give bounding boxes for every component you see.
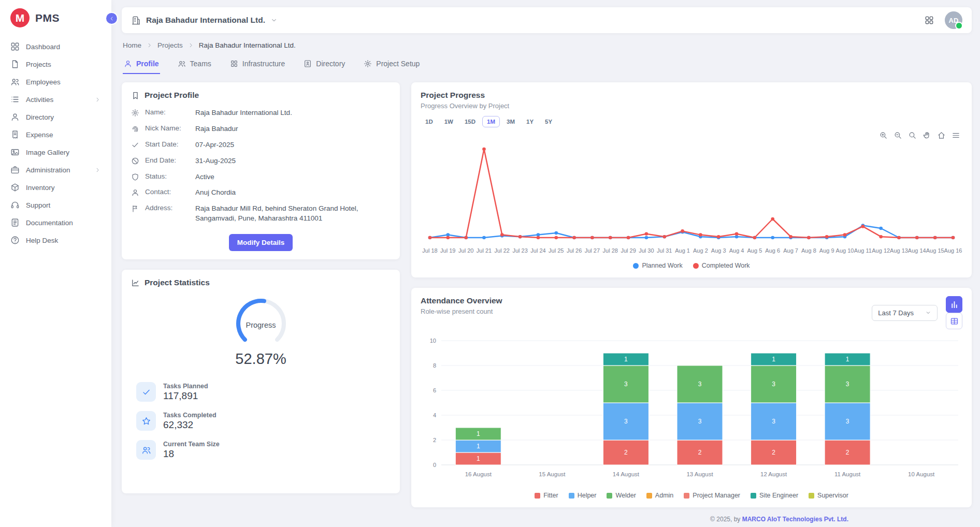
range-15d-button[interactable]: 15D bbox=[460, 116, 480, 127]
profile-field-contact: Contact:Anuj Chordia bbox=[131, 188, 391, 198]
legend-item-welder[interactable]: Welder bbox=[607, 492, 636, 499]
breadcrumb-item[interactable]: Projects bbox=[157, 41, 183, 49]
range-3m-button[interactable]: 3M bbox=[502, 116, 520, 127]
tab-profile[interactable]: Profile bbox=[123, 56, 160, 74]
gauge-value: 52.87% bbox=[131, 350, 391, 368]
sidebar-item-help-desk[interactable]: Help Desk bbox=[0, 231, 111, 249]
svg-text:3: 3 bbox=[772, 380, 775, 388]
legend-item-fitter[interactable]: Fitter bbox=[535, 492, 558, 499]
logo-icon: M bbox=[10, 8, 30, 27]
stat-tasks-planned: Tasks Planned117,891 bbox=[136, 382, 391, 402]
help-icon bbox=[10, 236, 20, 245]
legend-label: Planned Work bbox=[642, 262, 682, 269]
profile-field-start-date: Start Date:07-Apr-2025 bbox=[131, 140, 391, 150]
flag-icon bbox=[131, 204, 139, 213]
stat-tasks-completed: Tasks Completed62,332 bbox=[136, 411, 391, 431]
apps-grid-button[interactable] bbox=[924, 15, 934, 25]
modify-details-button[interactable]: Modify Details bbox=[229, 234, 293, 251]
attendance-bar-chart: 024681011116 August15 August233114 Augus… bbox=[421, 334, 962, 490]
legend-item-admin[interactable]: Admin bbox=[646, 492, 673, 499]
sidebar-item-support[interactable]: Support bbox=[0, 196, 111, 214]
sidebar-item-expense[interactable]: Expense bbox=[0, 126, 111, 143]
sidebar-item-administration[interactable]: Administration bbox=[0, 161, 111, 179]
table-icon bbox=[950, 317, 959, 326]
sidebar-item-label: Support bbox=[26, 201, 50, 209]
file-icon bbox=[10, 60, 20, 69]
svg-text:Aug 8: Aug 8 bbox=[801, 247, 816, 254]
chart-view-toggle[interactable] bbox=[946, 296, 962, 313]
sidebar-item-image-gallery[interactable]: Image Gallery bbox=[0, 143, 111, 161]
card-subtitle: Role-wise present count bbox=[421, 308, 502, 315]
table-view-toggle[interactable] bbox=[946, 313, 962, 329]
svg-text:Jul 26: Jul 26 bbox=[567, 247, 582, 254]
range-5y-button[interactable]: 5Y bbox=[540, 116, 557, 127]
legend-item-completed-work[interactable]: Completed Work bbox=[693, 262, 750, 269]
list-icon bbox=[10, 95, 20, 104]
svg-text:Aug 10: Aug 10 bbox=[836, 247, 854, 254]
field-label: Name: bbox=[145, 108, 190, 116]
tab-directory[interactable]: Directory bbox=[302, 56, 346, 74]
legend-swatch bbox=[809, 493, 814, 499]
selection-zoom-button[interactable] bbox=[908, 131, 917, 140]
field-value: Raja Bahadur bbox=[195, 124, 391, 134]
sidebar-item-directory[interactable]: Directory bbox=[0, 108, 111, 126]
line-chart-legend: Planned WorkCompleted Work bbox=[421, 262, 962, 269]
chart-line-icon bbox=[131, 279, 140, 287]
bookmark-icon bbox=[131, 91, 140, 100]
legend-label: Admin bbox=[655, 492, 673, 499]
sidebar-item-projects[interactable]: Projects bbox=[0, 55, 111, 73]
range-1d-button[interactable]: 1D bbox=[421, 116, 438, 127]
legend-item-supervisor[interactable]: Supervisor bbox=[809, 492, 848, 499]
company-selector[interactable]: Raja Bahadur International Ltd. bbox=[131, 16, 278, 25]
svg-text:Jul 18: Jul 18 bbox=[422, 247, 437, 254]
svg-text:3: 3 bbox=[846, 418, 849, 425]
sidebar-item-activities[interactable]: Activities bbox=[0, 91, 111, 108]
svg-text:1: 1 bbox=[846, 356, 849, 363]
legend-swatch bbox=[646, 493, 652, 499]
home-button[interactable] bbox=[937, 131, 946, 140]
zoom-in-button[interactable] bbox=[879, 131, 888, 140]
breadcrumb-item[interactable]: Home bbox=[123, 41, 141, 49]
doc-icon bbox=[10, 218, 20, 227]
range-1w-button[interactable]: 1W bbox=[440, 116, 458, 127]
sidebar-item-dashboard[interactable]: Dashboard bbox=[0, 38, 111, 55]
chevron-right-icon bbox=[94, 167, 101, 173]
progress-gauge: Progress bbox=[228, 296, 294, 349]
svg-text:Jul 30: Jul 30 bbox=[639, 247, 654, 254]
tab-teams[interactable]: Teams bbox=[177, 56, 212, 74]
legend-swatch bbox=[607, 493, 612, 499]
sidebar-item-inventory[interactable]: Inventory bbox=[0, 179, 111, 196]
avatar[interactable]: AD bbox=[945, 11, 962, 29]
footer: © 2025, by MARCO AIoT Technologies Pvt. … bbox=[411, 516, 972, 527]
progress-gauge-wrap: Progress 52.87% bbox=[131, 296, 391, 368]
menu-button[interactable] bbox=[952, 131, 960, 140]
legend-item-project-manager[interactable]: Project Manager bbox=[684, 492, 740, 499]
chevron-right-icon bbox=[146, 42, 153, 49]
footer-link[interactable]: MARCO AIoT Technologies Pvt. Ltd. bbox=[742, 516, 848, 523]
range-1y-button[interactable]: 1Y bbox=[522, 116, 538, 127]
svg-text:3: 3 bbox=[624, 418, 628, 425]
field-value: Anuj Chordia bbox=[195, 188, 391, 198]
pan-button[interactable] bbox=[923, 131, 931, 140]
app-logo[interactable]: M PMS bbox=[0, 0, 111, 34]
date-range-select[interactable]: Last 7 Days bbox=[872, 305, 938, 321]
card-title: Project Progress bbox=[421, 91, 962, 100]
stat-label: Tasks Completed bbox=[163, 412, 217, 419]
chevron-down-icon bbox=[925, 310, 931, 316]
legend-item-planned-work[interactable]: Planned Work bbox=[633, 262, 682, 269]
tab-project-setup[interactable]: Project Setup bbox=[363, 56, 421, 74]
tab-infrastructure[interactable]: Infrastructure bbox=[229, 56, 286, 74]
sidebar-collapse-button[interactable] bbox=[105, 12, 118, 25]
card-title: Attendance Overview bbox=[421, 296, 502, 305]
breadcrumb-item[interactable]: Raja Bahadur International Ltd. bbox=[199, 41, 296, 49]
legend-item-site-engineer[interactable]: Site Engineer bbox=[751, 492, 798, 499]
sidebar-item-documentation[interactable]: Documentation bbox=[0, 214, 111, 231]
tab-label: Teams bbox=[190, 60, 211, 68]
svg-text:2: 2 bbox=[772, 449, 775, 456]
svg-text:1: 1 bbox=[477, 430, 480, 437]
sidebar-item-employees[interactable]: Employees bbox=[0, 73, 111, 91]
range-1m-button[interactable]: 1M bbox=[482, 116, 500, 127]
zoom-out-button[interactable] bbox=[893, 131, 902, 140]
stat-value: 62,332 bbox=[163, 419, 217, 431]
legend-item-helper[interactable]: Helper bbox=[569, 492, 597, 499]
